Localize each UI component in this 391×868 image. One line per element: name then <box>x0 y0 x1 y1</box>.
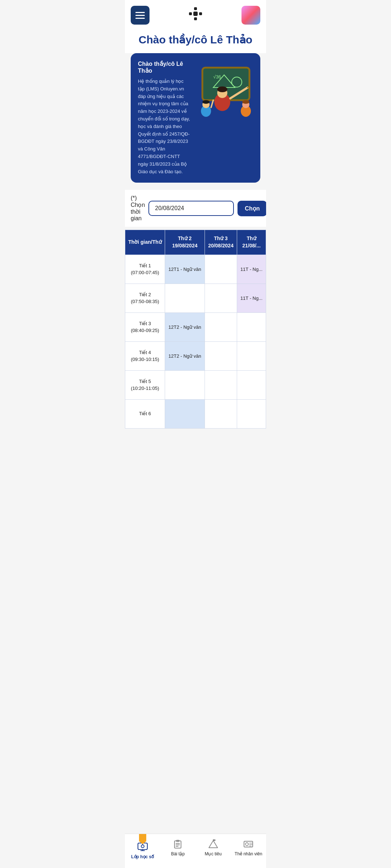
date-picker-label: (*) Chọn thời gian <box>131 195 145 222</box>
svg-point-21 <box>242 100 249 104</box>
clipboard-icon <box>172 838 184 850</box>
banner-illustration: √36 <box>195 60 253 118</box>
nav-label-lop-hoc-so: Lớp học số <box>131 854 154 859</box>
schedule-header-thu4: Thứ 21/08/... <box>237 230 266 255</box>
schedule-table-wrapper: Thời gian/Thứ Thứ 2 19/08/2024 Thứ 3 20/… <box>125 230 266 428</box>
nav-label-the-nhan-vien: Thẻ nhân viên <box>235 851 262 856</box>
page-title: Chào thầy/cô Lê Thảo <box>131 33 260 46</box>
banner-text-content: Chào thầy/cô Lê Thảo Hệ thống quản lý họ… <box>138 60 191 175</box>
menu-button[interactable] <box>131 6 150 25</box>
schedule-header-thu3: Thứ 3 20/08/2024 <box>205 230 237 255</box>
thu2-day: Thứ 2 <box>168 235 202 242</box>
svg-rect-3 <box>194 17 197 20</box>
schedule-cell-3-1 <box>205 341 237 370</box>
schedule-cell-0-1 <box>205 255 237 284</box>
svg-marker-22 <box>139 834 146 844</box>
schedule-cell-0-0: 12T1 - Ngữ văn <box>165 255 205 284</box>
schedule-cell-2-1 <box>205 312 237 341</box>
time-cell-1: Tiết 2(07:50-08:35) <box>125 284 165 312</box>
svg-rect-1 <box>189 12 192 15</box>
page-title-section: Chào thầy/cô Lê Thảo <box>125 27 266 53</box>
svg-rect-2 <box>199 12 202 15</box>
banner-body: Hệ thống quản lý học tập (LMS) Onluyen.v… <box>138 78 191 175</box>
active-bookmark <box>138 834 148 846</box>
date-picker-row: (*) Chọn thời gian Chọn <box>125 190 266 227</box>
schedule-table: Thời gian/Thứ Thứ 2 19/08/2024 Thứ 3 20/… <box>125 230 266 428</box>
svg-marker-33 <box>209 841 218 848</box>
nav-label-muc-tieu: Mục tiêu <box>205 851 222 856</box>
svg-line-14 <box>248 87 249 88</box>
schedule-cell-4-0 <box>165 370 205 399</box>
thu3-day: Thứ 3 <box>208 235 234 242</box>
thu4-date: 21/08/... <box>240 242 263 250</box>
id-card-icon <box>243 838 254 850</box>
nav-item-lop-hoc-so[interactable]: Lớp học số <box>125 837 160 861</box>
time-cell-0: Tiết 1(07:00-07:45) <box>125 255 165 284</box>
nav-item-bai-tap[interactable]: Bài tập <box>160 837 196 861</box>
schedule-cell-0-2: 11T - Ng... <box>237 255 266 284</box>
schedule-cell-2-2 <box>237 312 266 341</box>
time-cell-5: Tiết 6 <box>125 399 165 428</box>
schedule-cell-3-2 <box>237 341 266 370</box>
nav-label-bai-tap: Bài tập <box>171 851 185 856</box>
choose-date-button[interactable]: Chọn <box>237 201 266 216</box>
avatar[interactable] <box>241 6 260 25</box>
svg-rect-28 <box>175 841 181 848</box>
schedule-cell-1-1 <box>205 284 237 312</box>
schedule-cell-5-0 <box>165 399 205 428</box>
thu2-date: 19/08/2024 <box>168 242 202 250</box>
schedule-cell-1-0 <box>165 284 205 312</box>
nav-item-muc-tieu[interactable]: Mục tiêu <box>196 837 231 861</box>
schedule-cell-4-1 <box>205 370 237 399</box>
bottom-navigation: Lớp học số Bài tập Mục tiêu <box>125 834 266 868</box>
banner-title: Chào thầy/cô Lê Thảo <box>138 60 191 74</box>
svg-rect-0 <box>194 7 197 10</box>
time-cell-4: Tiết 5(10:20-11:05) <box>125 370 165 399</box>
schedule-cell-3-0: 12T2 - Ngữ văn <box>165 341 205 370</box>
schedule-header-thu2: Thứ 2 19/08/2024 <box>165 230 205 255</box>
nav-item-the-nhan-vien[interactable]: Thẻ nhân viên <box>231 837 266 861</box>
time-cell-2: Tiết 3(08:40-09:25) <box>125 312 165 341</box>
svg-point-17 <box>202 100 210 104</box>
target-icon <box>207 838 219 850</box>
svg-line-18 <box>211 100 213 107</box>
svg-rect-4 <box>193 12 198 16</box>
thu3-date: 20/08/2024 <box>208 242 234 250</box>
welcome-banner: Chào thầy/cô Lê Thảo Hệ thống quản lý họ… <box>131 53 260 183</box>
schedule-header-time: Thời gian/Thứ <box>125 230 165 255</box>
svg-point-37 <box>245 843 248 846</box>
time-cell-3: Tiết 4(09:30-10:15) <box>125 341 165 370</box>
schedule-cell-1-2: 11T - Ng... <box>237 284 266 312</box>
svg-point-12 <box>217 86 227 92</box>
schedule-cell-5-1 <box>205 399 237 428</box>
svg-rect-35 <box>213 839 215 841</box>
schedule-cell-5-2 <box>237 399 266 428</box>
location-icon <box>189 7 202 22</box>
schedule-cell-4-2 <box>237 370 266 399</box>
schedule-cell-2-0: 12T2 - Ngữ văn <box>165 312 205 341</box>
thu4-day: Thứ <box>240 235 263 242</box>
svg-text:√36: √36 <box>213 74 221 80</box>
app-header <box>125 0 266 27</box>
date-input[interactable] <box>148 201 234 216</box>
